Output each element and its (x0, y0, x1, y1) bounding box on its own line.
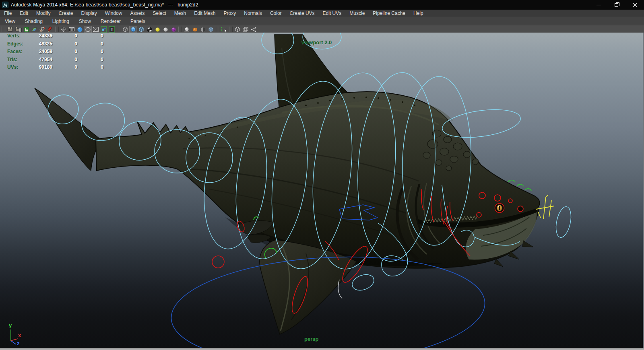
textured-display-icon[interactable] (145, 26, 153, 33)
all-lights-icon[interactable] (153, 26, 161, 33)
textured-mode-icon[interactable]: T (108, 26, 116, 33)
menu-muscle[interactable]: Muscle (345, 10, 369, 17)
axis-gizmo: y x z (6, 321, 27, 347)
screen-door-icon[interactable] (199, 26, 207, 33)
renderer-label: Viewport 2.0 (301, 39, 332, 45)
hud-value: 0 (87, 64, 103, 70)
close-icon (633, 3, 637, 7)
menu-select[interactable]: Select (149, 10, 170, 17)
menu-edit-uvs[interactable]: Edit UVs (319, 10, 346, 17)
menu-proxy[interactable]: Proxy (220, 10, 240, 17)
hud-value: 0 (60, 41, 77, 47)
restore-button[interactable] (608, 0, 626, 10)
menu-normals[interactable]: Normals (240, 10, 266, 17)
menu-window[interactable]: Window (101, 10, 126, 17)
hud-value: 24336 (22, 33, 52, 39)
camera-attributes-icon[interactable] (14, 26, 22, 33)
tail-fin[interactable] (35, 88, 101, 171)
main-menubar: File Edit Modify Create Display Window A… (0, 10, 644, 17)
hud-value: 48325 (22, 41, 52, 47)
share-nodes-icon[interactable] (250, 26, 258, 33)
menu-file[interactable]: File (0, 10, 16, 17)
menu-modify[interactable]: Modify (32, 10, 54, 17)
sea-beast-model[interactable] (35, 35, 540, 334)
nostril (518, 207, 523, 211)
window-title: Autodesk Maya 2014 x64: E:\sea beast\sea… (11, 2, 198, 8)
isolate-select-icon[interactable] (220, 26, 228, 33)
default-material-icon[interactable] (121, 26, 129, 33)
shaded-display-icon[interactable] (129, 26, 137, 33)
select-camera-icon[interactable] (6, 26, 14, 33)
minimize-button[interactable] (590, 0, 608, 10)
motion-blur-icon[interactable] (191, 26, 199, 33)
z-axis-label: z (17, 340, 20, 346)
grease-pencil-icon[interactable] (46, 26, 54, 33)
menu-pipeline-cache[interactable]: Pipeline Cache (369, 10, 409, 17)
hud-label: Faces: (7, 49, 23, 54)
hud-label: Edges: (7, 41, 23, 47)
menu-assets[interactable]: Assets (126, 10, 149, 17)
toolbar-grip (229, 27, 233, 32)
wireframe-icon[interactable] (60, 26, 68, 33)
toolbar-grip (2, 27, 5, 32)
smooth-shade-icon[interactable] (76, 26, 84, 33)
shaded-mode-icon[interactable] (100, 26, 108, 33)
default-lighting-icon[interactable] (161, 26, 169, 33)
panel-menu-view[interactable]: View (0, 18, 20, 25)
scene-cube-icon[interactable] (233, 26, 242, 33)
menu-edit[interactable]: Edit (16, 10, 32, 17)
hud-value: 24058 (22, 49, 52, 54)
hud-value: 0 (60, 33, 77, 39)
x-axis-label: x (18, 332, 21, 338)
hud-value: 0 (60, 64, 77, 70)
hud-value: 0 (87, 41, 103, 47)
xray-icon[interactable] (207, 26, 215, 33)
pan-zoom-icon[interactable] (38, 26, 46, 33)
camera-label: persp (304, 336, 318, 342)
multi-pane-icon[interactable] (242, 26, 250, 33)
menu-edit-mesh[interactable]: Edit Mesh (190, 10, 219, 17)
scene-render (0, 33, 644, 348)
hud-value: 47954 (22, 57, 52, 62)
panel-menu-renderer[interactable]: Renderer (96, 18, 126, 25)
wireframe-mode-icon[interactable] (84, 26, 92, 33)
viewport-canvas[interactable]: Verts: 24336 0 0 Edges: 48325 0 0 Faces:… (0, 33, 644, 348)
menu-display[interactable]: Display (77, 10, 101, 17)
toolbar-grip (55, 27, 59, 32)
window-bottom-edge (0, 348, 644, 350)
panel-menu-shading[interactable]: Shading (20, 18, 47, 25)
menu-help[interactable]: Help (409, 10, 427, 17)
film-gate-icon[interactable] (68, 26, 76, 33)
image-plane-icon[interactable] (30, 26, 38, 33)
panel-menu-panels[interactable]: Panels (126, 18, 150, 25)
y-axis-label: y (9, 322, 12, 328)
toolbar-grip (117, 27, 120, 32)
no-lights-icon[interactable] (169, 26, 178, 33)
hud-value: 0 (87, 49, 103, 54)
hud-label: Tris: (7, 57, 17, 62)
hud-label: Verts: (7, 33, 21, 39)
maya-app-icon (2, 2, 8, 8)
wireframe-on-shaded-icon[interactable] (137, 26, 145, 33)
panel-menu-show[interactable]: Show (74, 18, 96, 25)
panel-menu-lighting[interactable]: Lighting (47, 18, 74, 25)
shadows-icon[interactable] (183, 26, 191, 33)
hud-value: 0 (87, 57, 103, 62)
close-button[interactable] (626, 0, 644, 10)
bookmarks-icon[interactable] (22, 26, 30, 33)
svg-text:T: T (111, 27, 114, 32)
hud-value: 90180 (22, 64, 52, 70)
z-axis-line (11, 341, 16, 344)
menu-color[interactable]: Color (266, 10, 286, 17)
no-texture-icon[interactable] (92, 26, 100, 33)
hud-value: 0 (87, 33, 103, 39)
minimize-icon (597, 3, 601, 7)
toolbar-grip (178, 27, 182, 32)
menu-mesh[interactable]: Mesh (170, 10, 190, 17)
panel-menubar: View Shading Lighting Show Renderer Pane… (0, 17, 644, 25)
restore-icon (615, 2, 619, 7)
toolbar-grip (216, 27, 219, 32)
menu-create-uvs[interactable]: Create UVs (286, 10, 319, 17)
menu-create[interactable]: Create (54, 10, 77, 17)
hud-label: UVs: (7, 64, 18, 70)
